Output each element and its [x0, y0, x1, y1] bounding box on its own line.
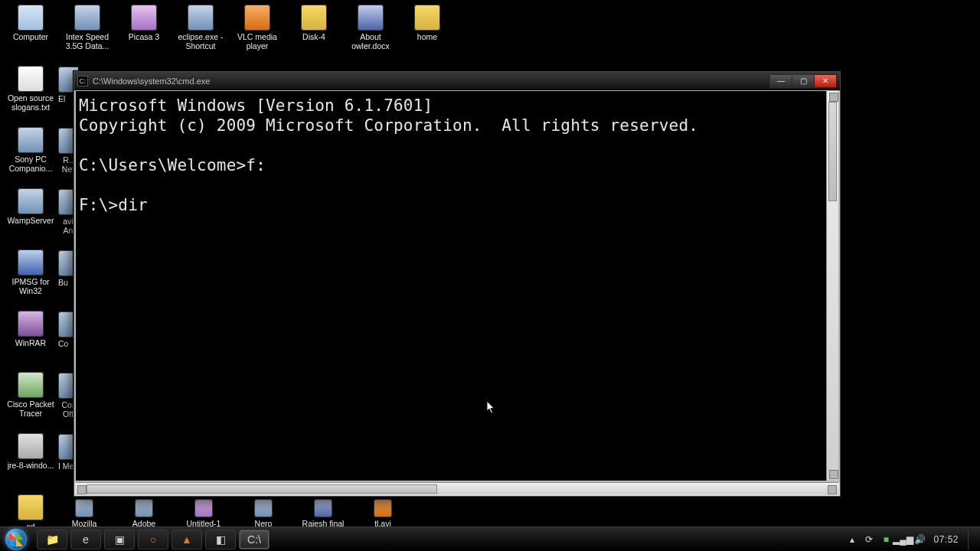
desktop-item[interactable]: Disk-4: [286, 3, 341, 63]
desktop-icon-grid: ComputerIntex Speed 3.5G Data...Picasa 3…: [3, 3, 455, 63]
desktop-icon-col1: Open source slogans.txtSony PC Companio.…: [3, 64, 58, 551]
desktop-item-label: WinRAR: [15, 338, 46, 347]
system-tray[interactable]: ▴ ⟳ ■ ▂▄▆ 🔊 07:52: [841, 530, 980, 549]
desktop-item[interactable]: About owler.docx: [343, 3, 398, 63]
folder-icon: [18, 494, 44, 520]
taskbar-item-wmp[interactable]: ▣: [104, 530, 135, 549]
desktop-item-label: Intex Speed 3.5G Data...: [60, 32, 114, 51]
desktop-item-label: IPMSG for Win32: [4, 277, 57, 295]
taskbar-item-cmd[interactable]: C:\: [239, 530, 270, 549]
taskbar-item-explorer[interactable]: 📁: [37, 530, 67, 549]
desktop-item[interactable]: Intex Speed 3.5G Data...: [60, 3, 115, 63]
desktop-item[interactable]: Cisco Packet Tracer: [3, 370, 58, 430]
desktop-item-label: WampServer: [8, 216, 54, 225]
folder-icon: [301, 5, 327, 31]
cmd-client-area: Microsoft Windows [Version 6.1.7601] Cop…: [74, 90, 840, 482]
taskbar-item-firefox[interactable]: ○: [138, 530, 168, 549]
computer-icon: [18, 5, 44, 31]
desktop-item[interactable]: eclipse.exe - Shortcut: [173, 3, 228, 63]
tray-clock[interactable]: 07:52: [933, 534, 959, 545]
pic-icon: [131, 5, 157, 31]
desktop-item[interactable]: Sony PC Companio...: [3, 126, 58, 185]
exe-icon: [188, 5, 214, 31]
cisco-icon: [18, 372, 44, 398]
desktop-item-label: Co: [58, 339, 68, 348]
txt-icon: [18, 66, 44, 92]
desktop: ComputerIntex Speed 3.5G Data...Picasa 3…: [0, 0, 980, 551]
taskbar-item-ie[interactable]: e: [70, 530, 101, 549]
vertical-scroll-thumb[interactable]: [828, 102, 837, 201]
vertical-scrollbar[interactable]: [826, 91, 838, 481]
taskbar-items: 📁e▣○▲◧C:\: [37, 530, 270, 549]
exe-icon: [75, 499, 93, 517]
start-button[interactable]: [0, 527, 32, 552]
cmd-title: C:\Windows\system32\cmd.exe: [93, 77, 770, 86]
desktop-item[interactable]: Computer: [3, 3, 58, 63]
vlc-icon: [374, 499, 392, 517]
cmd-output[interactable]: Microsoft Windows [Version 6.1.7601] Cop…: [76, 91, 826, 481]
exe-icon: [254, 499, 273, 517]
horizontal-scroll-thumb[interactable]: [87, 484, 437, 494]
rar-icon: [18, 311, 44, 337]
windows-orb-icon: [5, 529, 27, 550]
taskbar-item-vlc[interactable]: ▲: [172, 530, 202, 549]
desktop-item[interactable]: WampServer: [3, 187, 58, 246]
java-icon: [18, 433, 44, 459]
exe-icon: [135, 499, 153, 517]
exe-icon: [18, 188, 44, 214]
desktop-item[interactable]: jre-8-windo...: [3, 432, 58, 491]
pic-icon: [194, 499, 213, 517]
tray-action-center-icon[interactable]: ⟳: [863, 533, 875, 546]
folder-icon: [414, 5, 440, 31]
taskbar-item-app1[interactable]: ◧: [205, 530, 236, 549]
minimize-button[interactable]: —: [769, 74, 792, 88]
desktop-item-label: Sony PC Companio...: [4, 155, 57, 173]
desktop-item-label: jre-8-windo...: [8, 461, 54, 470]
cmd-window[interactable]: C: C:\Windows\system32\cmd.exe — ▢ ✕ Mic…: [74, 71, 841, 497]
desktop-item[interactable]: Open source slogans.txt: [3, 64, 58, 124]
desktop-item-label: El: [58, 94, 65, 103]
cmd-titlebar[interactable]: C: C:\Windows\system32\cmd.exe — ▢ ✕: [74, 72, 840, 90]
desktop-item[interactable]: Picasa 3: [116, 3, 172, 63]
desktop-item-label: eclipse.exe - Shortcut: [174, 32, 227, 51]
desktop-item-label: Picasa 3: [129, 32, 159, 41]
desktop-item-label: home: [417, 32, 437, 41]
cmd-icon: C:: [77, 76, 88, 86]
doc-icon: [358, 5, 384, 31]
desktop-item[interactable]: IPMSG for Win32: [3, 248, 58, 308]
desktop-item[interactable]: VLC media player: [230, 3, 285, 63]
desktop-item[interactable]: home: [400, 3, 455, 63]
tray-show-hidden-icon[interactable]: ▴: [846, 533, 858, 546]
horizontal-scrollbar[interactable]: [76, 482, 838, 494]
desktop-item-label: Open source slogans.txt: [4, 93, 57, 112]
desktop-item-label: About owler.docx: [344, 32, 397, 51]
vlc-icon: [244, 5, 270, 31]
doc-icon: [314, 499, 332, 517]
show-desktop-button[interactable]: [968, 530, 975, 549]
tray-status-icon[interactable]: ■: [880, 533, 892, 546]
desktop-item-label: VLC media player: [230, 32, 284, 51]
tray-volume-icon[interactable]: 🔊: [913, 533, 926, 546]
exe-icon: [18, 127, 44, 153]
desktop-item-label: Bu: [58, 278, 68, 287]
desktop-item-label: Cisco Packet Tracer: [4, 399, 57, 418]
desktop-item-label: I Me: [58, 461, 74, 471]
desktop-item-label: Computer: [13, 32, 48, 41]
window-buttons: — ▢ ✕: [770, 74, 837, 88]
desktop-item-label: Disk-4: [302, 32, 325, 41]
exe-icon: [74, 5, 100, 31]
desktop-item[interactable]: WinRAR: [3, 309, 58, 369]
ipmsg-icon: [18, 249, 44, 276]
tray-network-icon[interactable]: ▂▄▆: [897, 533, 909, 546]
maximize-button[interactable]: ▢: [792, 74, 815, 88]
close-button[interactable]: ✕: [814, 74, 837, 88]
taskbar[interactable]: 📁e▣○▲◧C:\ ▴ ⟳ ■ ▂▄▆ 🔊 07:52: [0, 527, 980, 551]
